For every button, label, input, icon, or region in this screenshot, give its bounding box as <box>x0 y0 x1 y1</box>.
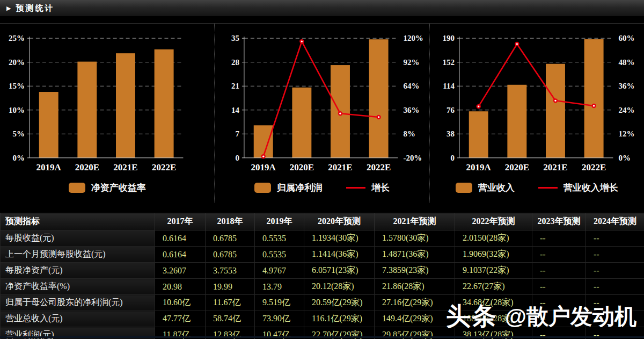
revenue-chart: 00%3812%7624%11436%15248%19060%2019A2020… <box>430 24 644 181</box>
table-cell: -- <box>586 263 644 279</box>
table-cell: -- <box>532 295 586 311</box>
category-label: 2022E <box>367 162 391 172</box>
table-cell: 0.6164 <box>155 247 206 263</box>
table-cell: 73.90亿 <box>255 311 304 327</box>
net-profit-chart: 0-20%78%1436%2164%2892%35120%2019A2020E2… <box>215 24 429 181</box>
legend-item: 归属净利润 <box>254 182 323 194</box>
left-axis-label: 25% <box>9 34 25 42</box>
column-header: 预测指标 <box>1 213 155 230</box>
table-cell: 34.68亿(28家) <box>455 295 532 311</box>
legend-bar-swatch-icon <box>254 183 271 193</box>
table-cell: 0.6164 <box>155 230 206 247</box>
data-point-marker-center <box>516 43 517 45</box>
category-label: 2019A <box>251 162 276 172</box>
bar <box>155 49 174 158</box>
chart-net-profit: 0-20%78%1436%2164%2892%35120%2019A2020E2… <box>214 24 429 203</box>
legend-label: 营业收入 <box>478 182 515 194</box>
left-axis-label: 0 <box>450 154 454 162</box>
legend-item: 营业收入 <box>456 182 515 194</box>
table-cell: -- <box>586 295 644 311</box>
table-cell: 1.1934(30家) <box>304 230 375 247</box>
chart-roe: 0%5%10%15%20%25%2019A2020E2021E2022E 净资产… <box>0 24 214 203</box>
row-label: 净资产收益率(%) <box>1 279 155 295</box>
table-cell: 1.5780(30家) <box>375 230 455 247</box>
right-axis-label: 36% <box>404 106 420 114</box>
table-cell: -- <box>532 247 586 263</box>
left-axis-label: 35 <box>231 34 239 42</box>
section-header-bar[interactable]: ▶ 预测统计 <box>0 0 644 17</box>
forecast-table-head: 预测指标2017年2018年2019年2020年预测2021年预测2022年预测… <box>1 213 644 230</box>
bar <box>254 125 273 158</box>
table-cell: 149.4亿(29家) <box>375 311 455 327</box>
table-cell: -- <box>586 230 644 247</box>
table-cell: 0.6785 <box>206 247 255 263</box>
table-cell: 116.1亿(29家) <box>304 311 375 327</box>
growth-line <box>478 44 594 106</box>
right-axis-label: 92% <box>404 58 420 67</box>
data-point-marker-center <box>478 105 479 107</box>
table-cell: 20.12(28家) <box>304 279 375 295</box>
category-label: 2020E <box>75 162 99 172</box>
table-cell: 3.7553 <box>206 263 255 279</box>
right-axis-label: 12% <box>618 129 634 138</box>
left-axis-label: 7 <box>236 129 240 138</box>
roe-bar-chart: 0%5%10%15%20%25%2019A2020E2021E2022E <box>0 24 214 181</box>
left-axis-label: 14 <box>231 106 239 114</box>
table-cell: 188.4亿(28家) <box>455 311 532 327</box>
legend-line-swatch-icon <box>346 187 365 189</box>
table-cell: 27.16亿(29家) <box>375 295 455 311</box>
row-label: 营业总收入(元) <box>1 311 155 327</box>
right-axis-label: 120% <box>404 34 423 42</box>
table-cell: 10.60亿 <box>155 295 206 311</box>
right-axis-label: 60% <box>618 34 634 42</box>
data-point-marker-center <box>378 116 379 118</box>
legend-item: 营业收入增长 <box>538 182 618 194</box>
legend-item: 净资产收益率 <box>69 182 146 194</box>
column-header: 2024年预测 <box>586 213 644 230</box>
row-label: 每股净资产(元) <box>1 263 155 279</box>
revenue-chart-legend: 营业收入营业收入增长 <box>430 182 644 194</box>
table-cell: 11.67亿 <box>206 295 255 311</box>
column-header: 2022年预测 <box>455 213 532 230</box>
bar <box>369 39 389 158</box>
column-header: 2018年 <box>206 213 255 230</box>
table-cell: -- <box>586 311 644 327</box>
category-label: 2020E <box>290 162 314 172</box>
right-axis-label: 64% <box>404 82 420 90</box>
table-cell: -- <box>532 279 586 295</box>
category-label: 2022E <box>582 162 606 172</box>
row-label: 每股收益(元) <box>1 230 155 247</box>
net-profit-chart-legend: 归属净利润增长 <box>215 182 429 194</box>
table-cell: -- <box>532 263 586 279</box>
table-cell: 0.5535 <box>255 247 304 263</box>
legend-label: 净资产收益率 <box>91 182 146 194</box>
legend-bar-swatch-icon <box>456 183 472 193</box>
table-cell: 0.5535 <box>255 230 304 247</box>
category-label: 2021E <box>328 162 353 172</box>
legend-item: 增长 <box>346 182 390 194</box>
table-cell: 6.0571(23家) <box>304 263 375 279</box>
category-label: 2019A <box>466 162 491 172</box>
legend-bar-swatch-icon <box>69 183 85 193</box>
table-cell: -- <box>586 247 644 263</box>
table-row: 上一个月预测每股收益(元)0.61640.67850.55351.1414(36… <box>1 247 644 263</box>
table-cell: 20.59亿(29家) <box>304 295 375 311</box>
table-cell: 22.67(27家) <box>455 279 532 295</box>
table-cell: -- <box>532 230 586 247</box>
category-label: 2022E <box>152 162 176 172</box>
table-cell: 58.74亿 <box>206 311 255 327</box>
right-axis-label: 36% <box>618 82 634 90</box>
bottom-strip <box>0 336 644 338</box>
bar <box>507 85 526 158</box>
table-cell: -- <box>532 311 586 327</box>
column-header: 2023年预测 <box>532 213 586 230</box>
left-axis-label: 15% <box>9 82 25 90</box>
bar <box>116 53 135 158</box>
data-point-marker-center <box>262 156 264 157</box>
data-point-marker-center <box>554 100 556 102</box>
forecast-table: 预测指标2017年2018年2019年2020年预测2021年预测2022年预测… <box>0 213 644 339</box>
growth-line <box>264 41 379 156</box>
column-header: 2017年 <box>155 213 206 230</box>
table-cell: 4.9767 <box>255 263 304 279</box>
left-axis-label: 152 <box>442 58 454 67</box>
